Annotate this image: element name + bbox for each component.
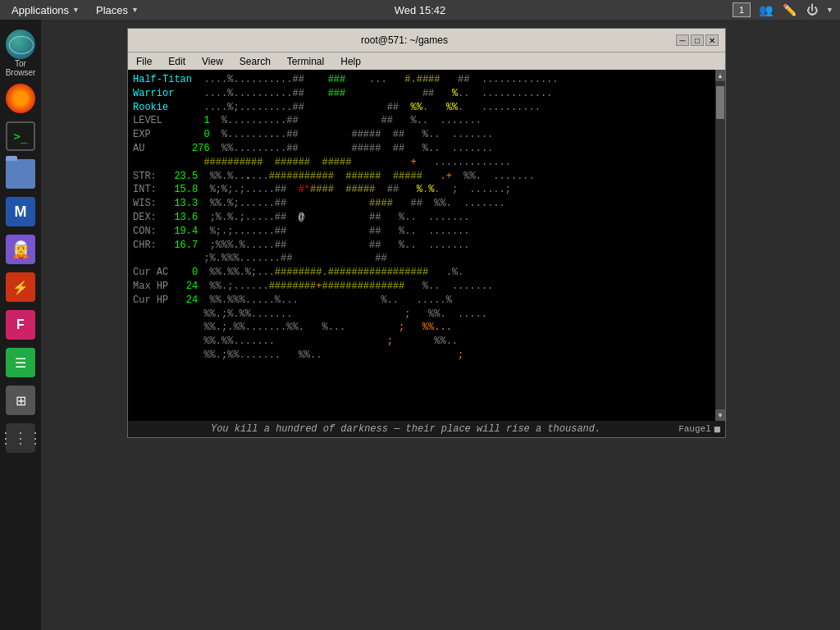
terminal-icon: >_ (6, 121, 35, 151)
places-menu[interactable]: Places ▼ (91, 0, 144, 20)
sidebar-item-apps[interactable]: ⋮⋮⋮ (4, 422, 37, 454)
zap-icon: ⚡ (6, 272, 35, 302)
workspace-button[interactable]: 1 (733, 2, 751, 17)
window-controls: ─ □ ✕ (674, 34, 719, 46)
folder-icon (6, 159, 35, 189)
close-button[interactable]: ✕ (705, 34, 719, 46)
font-icon: F (6, 310, 35, 340)
topbar-left: Applications ▼ Places ▼ (7, 0, 144, 20)
topbar-right: 1 👥 ✏️ ⏻ ▼ (733, 2, 833, 17)
sidebar-item-zap[interactable]: ⚡ (4, 271, 37, 304)
sidebar-item-files[interactable] (4, 158, 37, 190)
sidebar-item-firefox[interactable] (4, 82, 37, 115)
menu-help[interactable]: Help (336, 55, 366, 68)
scrollbar-thumb[interactable] (716, 86, 724, 119)
settings-icon: ⊞ (6, 386, 35, 415)
datetime-text: Wed 15:42 (395, 4, 446, 16)
scrollbar-down-button[interactable]: ▼ (715, 409, 725, 421)
player-symbol: ■ (714, 423, 720, 435)
menu-edit[interactable]: Edit (163, 55, 190, 68)
sidebar-item-mailspring[interactable]: M (4, 195, 37, 228)
desktop: Tor Browser >_ M 🧝 ⚡ F ☰ ⊞ (0, 20, 840, 630)
terminal-titlebar: root@571: ~/games ─ □ ✕ (128, 29, 725, 52)
places-label: Places (96, 4, 128, 16)
scrollbar-up-button[interactable]: ▲ (715, 70, 725, 81)
menu-search[interactable]: Search (235, 55, 276, 68)
terminal-menubar: File Edit View Search Terminal Help (128, 52, 725, 70)
datetime-display: Wed 15:42 (395, 4, 446, 16)
terminal-scrollbar[interactable]: ▲ ▼ (715, 70, 725, 421)
pencil-icon[interactable]: ✏️ (781, 3, 798, 16)
power-icon[interactable]: ⏻ (805, 3, 819, 16)
terminal-window: root@571: ~/games ─ □ ✕ File Edit View S… (127, 28, 726, 438)
firefox-icon (6, 84, 35, 113)
terminal-title: root@571: ~/games (135, 34, 674, 46)
menu-terminal[interactable]: Terminal (282, 55, 329, 68)
sidebar-item-notes[interactable]: ☰ (4, 346, 37, 379)
tor-browser-label: Tor Browser (0, 59, 41, 77)
terminal-body: Half-Titan ....%..........## ### ... #.#… (128, 70, 725, 421)
sidebar-item-avatar[interactable]: 🧝 (4, 233, 37, 266)
avatar-icon: 🧝 (6, 235, 35, 264)
sidebar: Tor Browser >_ M 🧝 ⚡ F ☰ ⊞ (0, 20, 41, 630)
workspace-number: 1 (739, 5, 744, 15)
applications-menu[interactable]: Applications ▼ (7, 0, 84, 20)
minimize-button[interactable]: ─ (676, 34, 689, 46)
menu-file[interactable]: File (131, 55, 157, 68)
topbar: Applications ▼ Places ▼ Wed 15:42 1 👥 ✏️… (0, 0, 840, 20)
mailspring-icon: M (6, 197, 35, 226)
terminal-content[interactable]: Half-Titan ....%..........## ### ... #.#… (128, 70, 715, 421)
terminal-statusbar: You kill a hundred of darkness — their p… (128, 421, 725, 437)
sidebar-item-settings[interactable]: ⊞ (4, 384, 37, 417)
applications-caret: ▼ (72, 6, 80, 14)
people-icon[interactable]: 👥 (757, 3, 774, 16)
kill-message: You kill a hundred of darkness — their p… (133, 423, 678, 435)
maximize-button[interactable]: □ (691, 34, 704, 46)
player-name: Faugel (678, 424, 711, 434)
apps-icon: ⋮⋮⋮ (6, 423, 35, 453)
tor-browser-icon (4, 28, 37, 61)
menu-view[interactable]: View (197, 55, 228, 68)
notes-icon: ☰ (6, 348, 35, 377)
sidebar-item-tor-browser[interactable]: Tor Browser (0, 28, 41, 77)
sidebar-item-terminal[interactable]: >_ (4, 120, 37, 153)
sidebar-item-font[interactable]: F (4, 308, 37, 341)
places-caret: ▼ (131, 6, 139, 14)
applications-label: Applications (11, 4, 69, 16)
power-caret[interactable]: ▼ (826, 6, 833, 14)
